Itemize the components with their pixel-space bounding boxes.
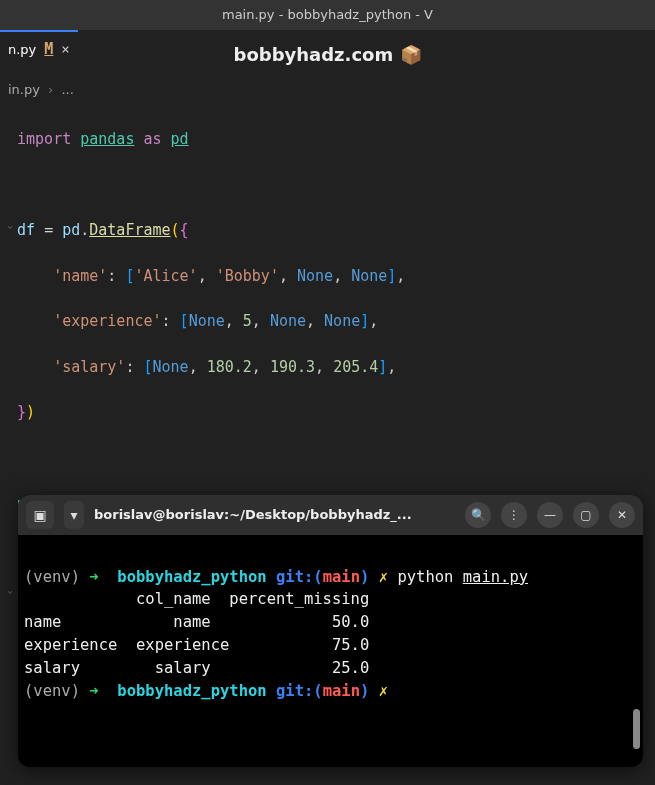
fold-icon[interactable]: › xyxy=(1,224,18,231)
window-title: main.py - bobbyhadz_python - V xyxy=(222,7,433,22)
terminal-search-button[interactable]: 🔍 xyxy=(465,502,491,528)
minimize-icon: — xyxy=(544,508,556,522)
terminal-maximize-button[interactable]: ▢ xyxy=(573,502,599,528)
terminal-output-line: col_name percent_missing xyxy=(24,590,369,608)
window-title-bar: main.py - bobbyhadz_python - V xyxy=(0,0,655,30)
menu-icon: ⋮ xyxy=(508,508,520,522)
terminal-newtab-button[interactable]: ▣ xyxy=(26,501,54,529)
tab-close-icon[interactable]: × xyxy=(61,41,69,57)
terminal-menu-button[interactable]: ⋮ xyxy=(501,502,527,528)
terminal-scrollbar[interactable] xyxy=(633,709,640,749)
terminal-body[interactable]: (venv) ➜ bobbyhadz_python git:(main) ✗ p… xyxy=(18,535,643,767)
editor-tab[interactable]: n.py M × xyxy=(0,30,78,66)
breadcrumb[interactable]: in.py › ... xyxy=(0,78,655,101)
search-icon: 🔍 xyxy=(471,508,486,522)
header: n.py M × bobbyhadz.com 📦 xyxy=(0,30,655,78)
breadcrumb-more: ... xyxy=(61,82,73,97)
fold-icon[interactable]: › xyxy=(1,589,18,596)
terminal-dropdown-button[interactable]: ▾ xyxy=(64,501,84,529)
breadcrumb-separator: › xyxy=(48,82,53,97)
dropdown-icon: ▾ xyxy=(70,507,77,523)
maximize-icon: ▢ xyxy=(580,508,591,522)
close-icon: ✕ xyxy=(617,508,627,522)
terminal-minimize-button[interactable]: — xyxy=(537,502,563,528)
terminal-output-line: salary salary 25.0 xyxy=(24,659,369,677)
terminal-output-line: name name 50.0 xyxy=(24,613,369,631)
terminal-output-line: experience experience 75.0 xyxy=(24,636,369,654)
terminal-title: borislav@borislav:~/Desktop/bobbyhadz_..… xyxy=(94,507,455,522)
newtab-icon: ▣ xyxy=(33,507,46,523)
tab-filename: n.py xyxy=(8,42,36,57)
terminal-titlebar[interactable]: ▣ ▾ borislav@borislav:~/Desktop/bobbyhad… xyxy=(18,495,643,535)
site-title: bobbyhadz.com 📦 xyxy=(0,44,655,65)
terminal-close-button[interactable]: ✕ xyxy=(609,502,635,528)
cube-icon: 📦 xyxy=(400,44,422,65)
tab-modified-marker: M xyxy=(44,40,53,58)
breadcrumb-file: in.py xyxy=(8,82,40,97)
terminal-window: ▣ ▾ borislav@borislav:~/Desktop/bobbyhad… xyxy=(18,495,643,767)
